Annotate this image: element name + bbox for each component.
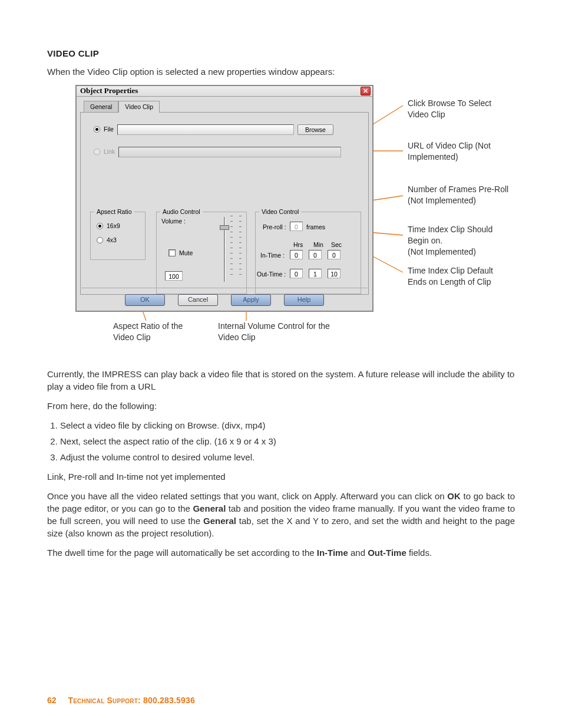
- section-heading: VIDEO CLIP: [47, 47, 515, 60]
- callout-aspect: Aspect Ratio of the Video Clip: [113, 321, 201, 343]
- volume-value[interactable]: 100: [165, 271, 183, 281]
- p4a: Once you have all the video related sett…: [47, 491, 447, 501]
- p4b: OK: [447, 491, 461, 501]
- outtime-sec[interactable]: 10: [328, 269, 340, 278]
- volume-slider[interactable]: [222, 217, 227, 282]
- paragraph-notimpl: Link, Pre-roll and In-time not yet imple…: [47, 470, 515, 483]
- radio-file[interactable]: [94, 126, 100, 133]
- hrs-label: Hrs: [293, 241, 303, 249]
- video-legend: Video Control: [259, 207, 301, 216]
- help-button[interactable]: Help: [284, 294, 324, 306]
- tab-panel: File Browse Link Apsect Ratio 16x9: [80, 112, 369, 295]
- preroll-label: Pre-roll :: [263, 223, 286, 232]
- callout-intime: Time Index Clip Should Begin on. (Not Im…: [408, 224, 514, 258]
- tab-video-clip[interactable]: Video Clip: [118, 101, 160, 113]
- slider-ticks2-icon: [239, 216, 242, 290]
- audio-control-group: Audio Control Volume : Mute 100: [156, 212, 247, 294]
- callout-volume: Internal Volume Control for the Video Cl…: [218, 321, 330, 343]
- step-2: Next, select the aspect ratio of the cli…: [60, 435, 515, 447]
- dialog-title: Object Properties: [80, 85, 138, 96]
- callout-preroll: Number of Frames Pre-Roll (Not Implement…: [408, 184, 514, 206]
- file-path-input[interactable]: [117, 124, 294, 135]
- callout-outtime: Time Index Clip Default Ends on Length o…: [408, 265, 514, 288]
- tab-general[interactable]: General: [84, 101, 118, 113]
- outtime-label: Out-Time :: [257, 270, 286, 279]
- p5c: and: [348, 548, 368, 558]
- step-1a: Select a video file by clicking on: [60, 420, 187, 430]
- mute-checkbox[interactable]: [168, 249, 176, 256]
- link-label: Link: [104, 147, 115, 156]
- paragraph-current: Currently, the IMPRESS can play back a v…: [47, 368, 515, 393]
- paragraph-fromhere: From here, do the following:: [47, 400, 515, 412]
- link-url-input: [118, 147, 341, 157]
- intime-label: In-Time :: [260, 251, 285, 260]
- figure: Object Properties ✕ General Video Clip F…: [47, 85, 515, 356]
- preroll-value: 0: [290, 222, 303, 231]
- outtime-hrs[interactable]: 0: [290, 269, 303, 278]
- p5e: fields.: [406, 548, 432, 558]
- paragraph-apply: Once you have all the video related sett…: [47, 490, 515, 539]
- volume-label: Volume :: [161, 217, 186, 226]
- callout-browse: Click Browse To Select Video Clip: [408, 98, 514, 120]
- aspect-4x3-label: 4x3: [107, 236, 117, 245]
- step-1: Select a video file by clicking on Brows…: [60, 419, 515, 431]
- radio-16x9[interactable]: [97, 223, 103, 229]
- titlebar: Object Properties ✕: [77, 86, 372, 97]
- step-3: Adjust the volume control to desired vol…: [60, 451, 515, 463]
- radio-4x3[interactable]: [97, 237, 103, 243]
- ok-button[interactable]: OK: [125, 294, 165, 306]
- aspect-legend: Apsect Ratio: [94, 207, 134, 216]
- p4d: General: [193, 503, 226, 513]
- intime-sec[interactable]: 0: [328, 250, 340, 259]
- cancel-button[interactable]: Cancel: [178, 294, 218, 306]
- slider-thumb-icon[interactable]: [220, 225, 229, 230]
- aspect-16x9-label: 16x9: [107, 222, 120, 230]
- object-properties-dialog: Object Properties ✕ General Video Clip F…: [75, 85, 373, 312]
- intro-paragraph: When the Video Clip option is selected a…: [47, 65, 515, 78]
- tab-bar: General Video Clip: [84, 100, 369, 112]
- dialog-button-bar: OK Cancel Apply Help: [81, 288, 368, 306]
- close-icon[interactable]: ✕: [361, 87, 371, 95]
- step-1c: . (divx, mp4): [217, 420, 266, 430]
- paragraph-dwell: The dwell time for the page will automat…: [47, 546, 515, 559]
- audio-legend: Audio Control: [160, 207, 203, 216]
- steps-list: Select a video file by clicking on Brows…: [60, 419, 515, 463]
- intime-min[interactable]: 0: [309, 250, 322, 259]
- min-label: Min: [313, 241, 323, 249]
- aspect-ratio-group: Apsect Ratio 16x9 4x3: [90, 212, 146, 260]
- mute-label: Mute: [179, 249, 193, 258]
- outtime-min[interactable]: 1: [309, 269, 322, 278]
- dialog-body: General Video Clip File Browse Link: [77, 97, 372, 311]
- radio-link: [94, 149, 100, 155]
- slider-ticks-icon: [230, 216, 233, 290]
- apply-button[interactable]: Apply: [231, 294, 271, 306]
- p4f: General: [203, 516, 236, 526]
- mute-row: Mute: [168, 249, 193, 258]
- browse-button[interactable]: Browse: [297, 124, 333, 135]
- step-1b: Browse: [187, 420, 217, 430]
- frames-label: frames: [306, 223, 325, 232]
- p5b: In-Time: [317, 548, 348, 558]
- callout-url: URL of Video Clip (Not Implemented): [408, 140, 514, 163]
- sec-label: Sec: [331, 241, 342, 249]
- p5a: The dwell time for the page will automat…: [47, 548, 317, 558]
- file-label: File: [104, 125, 114, 134]
- p5d: Out-Time: [368, 548, 406, 558]
- video-control-group: Video Control Pre-roll : 0 frames Hrs Mi…: [255, 212, 361, 294]
- intime-hrs[interactable]: 0: [290, 250, 303, 259]
